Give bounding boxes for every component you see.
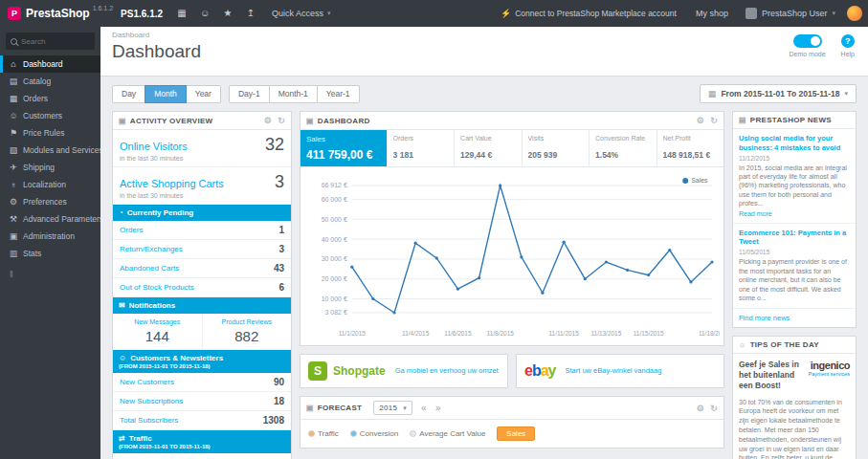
kpi-value: 205 939 (528, 150, 583, 160)
sidebar-item-orders[interactable]: ▦Orders (0, 90, 100, 107)
legend-label: Traffic (318, 429, 339, 438)
sidebar-item-stats[interactable]: ▥Stats (0, 245, 100, 262)
sidebar-item-catalog[interactable]: ▤Catalog (0, 73, 100, 90)
forecast-series-conversion[interactable]: Conversion (350, 429, 398, 438)
ebay-promo-link[interactable]: Start uw eBay-winkel vandaag (566, 366, 662, 375)
active-carts-label[interactable]: Active Shopping Carts (120, 178, 224, 189)
kpi-tab-orders[interactable]: Orders3 181 (388, 130, 455, 166)
orders-icon[interactable]: ▦ (170, 0, 193, 27)
app-version: 1.6.1.2 (93, 0, 113, 11)
section-title: Traffic (129, 434, 152, 443)
sidebar-item-advanced-parameters[interactable]: ⚒Advanced Parameters (0, 210, 100, 228)
forecast-series-sales[interactable]: Sales (497, 426, 535, 441)
sidebar-item-label: Administration (23, 231, 75, 241)
kpi-tab-sales[interactable]: Sales411 759,00 € (300, 130, 388, 166)
sidebar: ⌂Dashboard▤Catalog▦Orders☺Customers⚑Pric… (0, 27, 100, 459)
sidebar-item-modules-and-services[interactable]: ▧Modules and Services (0, 142, 100, 159)
online-visitors-label[interactable]: Online Visitors (120, 141, 188, 152)
notification-cell-new-messages[interactable]: New Messages144 (113, 314, 203, 349)
forecast-prev-button[interactable]: « (421, 403, 427, 413)
shopgate-promo-link[interactable]: Ga mobiel en verhoog uw omzet (395, 366, 499, 375)
pending-row: Return/Exchanges3 (113, 240, 291, 259)
kpi-label: Orders (393, 135, 448, 142)
active-carts-sub: in the last 30 minutes (113, 192, 291, 205)
settings-icon[interactable]: ⚙ (697, 404, 704, 413)
shop-version-tag: PS1.6.1.2 (121, 9, 163, 19)
range-button-year-1[interactable]: Year-1 (317, 85, 360, 103)
find-more-news-link[interactable]: Find more news (733, 309, 856, 327)
read-more-link[interactable]: Read more (739, 210, 850, 217)
toolbar-buttons: DayMonthYearDay-1Month-1Year-1 (112, 85, 360, 103)
settings-icon[interactable]: ⚙ (697, 116, 704, 125)
forecast-year-select[interactable]: 2015 ▾ (373, 401, 412, 415)
date-range-picker[interactable]: ▦ From 2015-11-01 To 2015-11-18 ▾ (700, 84, 857, 103)
customers-icon[interactable]: ☺ (193, 0, 216, 27)
refresh-icon[interactable]: ↻ (710, 404, 718, 413)
tips-panel: ☼ Tips of the day Geef je Sales in het b… (732, 336, 857, 459)
favorites-icon[interactable]: ★ (216, 0, 239, 27)
range-button-year[interactable]: Year (186, 85, 221, 103)
pending-rows: Orders1Return/Exchanges3Abandoned Carts4… (113, 221, 291, 297)
news-title-link[interactable]: Ecommerce 101: Payments in a Tweet (739, 229, 850, 248)
clock-icon: ◔ (119, 208, 123, 217)
help-icon[interactable]: ? (841, 34, 855, 48)
sidebar-item-label: Catalog (23, 76, 51, 86)
topbar-right: ⚡ Connect to PrestaShop Marketplace acco… (491, 0, 868, 27)
pending-label[interactable]: Abandoned Carts (120, 264, 179, 273)
range-button-day[interactable]: Day (112, 85, 145, 103)
sidebar-item-preferences[interactable]: ⚙Preferences (0, 193, 100, 210)
sidebar-item-shipping[interactable]: ✈Shipping (0, 159, 100, 176)
svg-text:66 912 €: 66 912 € (322, 182, 347, 188)
svg-text:11/4/2015: 11/4/2015 (402, 330, 430, 337)
user-menu[interactable]: PrestaShop User ▾ (738, 8, 843, 19)
pending-label[interactable]: Orders (120, 226, 143, 234)
demo-mode-toggle[interactable] (793, 34, 822, 48)
shopgate-module-card[interactable]: S Shopgate Ga mobiel en verhoog uw omzet (300, 354, 508, 388)
kpi-tabs: Sales411 759,00 €Orders3 181Cart Value12… (300, 130, 723, 167)
sidebar-collapse-button[interactable]: ‖ (0, 262, 100, 287)
kpi-tab-visits[interactable]: Visits205 939 (523, 130, 590, 166)
settings-icon[interactable]: ⚙ (264, 116, 272, 125)
customers-label[interactable]: Total Subscribers (120, 416, 178, 425)
sidebar-search[interactable] (6, 33, 95, 50)
range-button-month-1[interactable]: Month-1 (269, 85, 318, 103)
customers-label[interactable]: New Customers (120, 378, 174, 386)
refresh-icon[interactable]: ↻ (710, 116, 718, 125)
sidebar-item-administration[interactable]: ▣Administration (0, 228, 100, 245)
kpi-tab-net-profit[interactable]: Net Profit148 918,51 € (657, 130, 723, 166)
svg-text:11/18/201: 11/18/201 (699, 330, 720, 337)
sidebar-item-price-rules[interactable]: ⚑Price Rules (0, 124, 100, 142)
range-button-group: Day-1Month-1Year-1 (229, 85, 360, 103)
range-button-day-1[interactable]: Day-1 (229, 85, 270, 103)
search-input[interactable] (21, 37, 88, 46)
kpi-label: Cart Value (460, 135, 515, 142)
sidebar-item-dashboard[interactable]: ⌂Dashboard (0, 55, 100, 73)
range-button-month[interactable]: Month (145, 85, 187, 103)
notification-cell-product-reviews[interactable]: Product Reviews882 (203, 314, 292, 349)
feedback-avatar-badge[interactable] (847, 6, 862, 21)
ingenico-logo: ingenico Payment services (809, 360, 850, 391)
news-item: Ecommerce 101: Payments in a Tweet11/05/… (733, 224, 856, 310)
customers-label[interactable]: New Subscriptions (120, 397, 183, 405)
quick-access-menu[interactable]: Quick Access ▾ (262, 0, 341, 27)
kpi-tab-conversion-rate[interactable]: Conversion Rate1.54% (590, 130, 657, 166)
marketplace-link[interactable]: ⚡ Connect to PrestaShop Marketplace acco… (491, 9, 686, 18)
forecast-series-traffic[interactable]: Traffic (308, 429, 339, 438)
my-shop-link[interactable]: My shop (686, 9, 738, 18)
ebay-module-card[interactable]: ebay Start uw eBay-winkel vandaag (516, 354, 724, 388)
forecast-series-average-cart-value[interactable]: Average Cart Value (410, 429, 485, 438)
traffic-header: ⇄ Traffic (FROM 2015-11-01 TO 2015-11-18… (113, 430, 291, 453)
refresh-icon[interactable]: ↻ (278, 116, 285, 125)
google-analytics-link[interactable]: Link to your Google Analytics account (113, 453, 291, 459)
pending-label[interactable]: Return/Exchanges (120, 245, 183, 253)
sidebar-item-localization[interactable]: ♁Localization (0, 176, 100, 193)
news-title-link[interactable]: Using social media for your business: 4 … (739, 134, 850, 153)
app-logo[interactable]: PrestaShop (26, 7, 90, 20)
upgrade-icon[interactable]: ↥ (239, 0, 262, 27)
online-visitors-value: 32 (265, 135, 284, 155)
pending-label[interactable]: Out of Stock Products (120, 283, 194, 292)
kpi-tab-cart-value[interactable]: Cart Value129,44 € (455, 130, 522, 166)
kpi-value: 411 759,00 € (306, 148, 381, 162)
sidebar-item-customers[interactable]: ☺Customers (0, 107, 100, 124)
forecast-next-button[interactable]: » (435, 403, 441, 413)
